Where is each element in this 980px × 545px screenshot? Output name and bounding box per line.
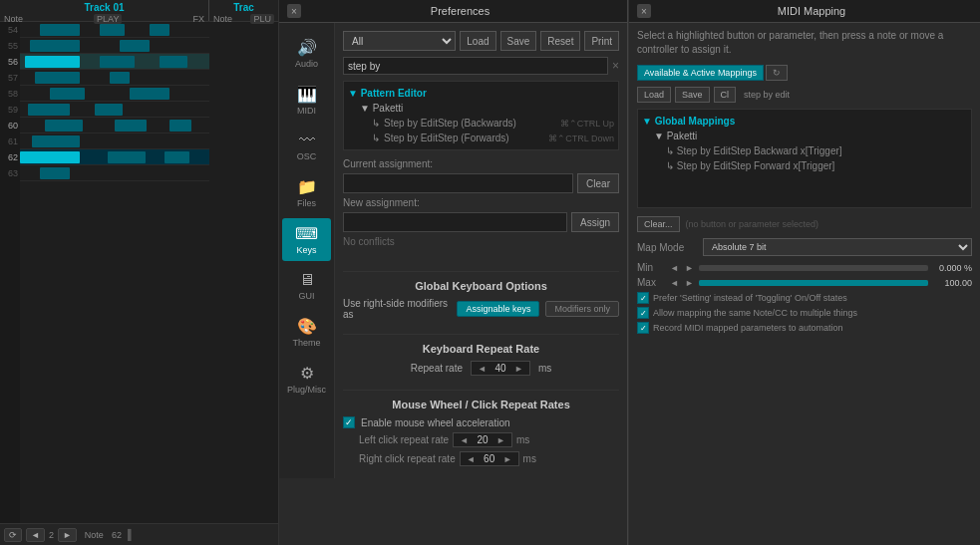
filter-bar: All Load Save Reset Print <box>343 31 619 51</box>
midi-checkbox-3-row: ✓ Record MIDI mapped parameters to autom… <box>637 322 972 334</box>
midi-tab-refresh[interactable]: ↻ <box>766 65 788 81</box>
search-clear-btn[interactable]: × <box>612 59 619 73</box>
save-btn[interactable]: Save <box>500 31 537 51</box>
mouse-accel-checkbox[interactable]: ✓ <box>343 416 355 428</box>
midi-tree-item-1[interactable]: ↳ Step by EditStep Backward x[Trigger] <box>642 143 967 158</box>
piano-row-54 <box>20 22 209 38</box>
new-assignment-input[interactable] <box>343 212 567 232</box>
shortcut-forwards: ⌘⌃CTRL Down <box>548 134 614 143</box>
sidebar-item-keys[interactable]: ⌨ Keys <box>282 218 331 261</box>
note-54-1 <box>40 24 80 36</box>
midi-checkbox-2-label: Allow mapping the same Note/CC to multip… <box>653 308 857 318</box>
current-assignment-input[interactable] <box>343 173 573 193</box>
piano-row-62 <box>20 149 209 165</box>
gui-label: GUI <box>298 291 314 301</box>
load-btn[interactable]: Load <box>460 31 495 51</box>
piano-row-58 <box>20 86 209 102</box>
right-click-inc[interactable]: ► <box>501 454 514 464</box>
assignable-keys-btn[interactable]: Assignable keys <box>457 301 539 317</box>
tree-item-forwards-text[interactable]: Step by EditStep (Forwards) <box>384 133 509 143</box>
midi-paketti-sub[interactable]: ▼ Paketti <box>642 129 967 143</box>
midi-max-value: 100.00 <box>932 278 972 288</box>
midi-min-dec[interactable]: ◄ <box>669 263 680 273</box>
sidebar-item-theme[interactable]: 🎨 Theme <box>282 311 331 354</box>
search-bar: × <box>343 57 619 75</box>
repeat-rate-dec[interactable]: ◄ <box>476 364 489 374</box>
midi-map-mode-select[interactable]: Absolute 7 bit <box>703 238 972 256</box>
forward-btn[interactable]: ► <box>58 528 77 542</box>
keys-label: Keys <box>296 245 316 255</box>
repeat-rate-row: Repeat rate ◄ 40 ► ms <box>343 361 619 376</box>
midi-check-1: ✓ <box>640 294 647 303</box>
right-click-dec[interactable]: ◄ <box>465 454 478 464</box>
midi-close-btn[interactable]: × <box>637 4 651 18</box>
note-57-2 <box>110 72 130 84</box>
note-56-3 <box>160 56 187 68</box>
track-2-play[interactable]: PLU <box>250 14 274 24</box>
midi-no-selection-text: (no button or parameter selected) <box>686 219 819 229</box>
midi-clear-row: Clear... (no button or parameter selecte… <box>637 216 972 232</box>
midi-min-inc[interactable]: ► <box>684 263 695 273</box>
left-click-dec[interactable]: ◄ <box>458 435 471 445</box>
midi-max-track[interactable] <box>699 280 928 286</box>
repeat-rate-unit: ms <box>538 363 551 374</box>
back-btn[interactable]: ◄ <box>26 528 45 542</box>
midi-content: Select a highlighted button or parameter… <box>629 23 980 343</box>
row-num-54: 54 <box>0 22 20 38</box>
current-assignment-row: Clear <box>343 173 619 193</box>
note-56-2 <box>100 56 135 68</box>
midi-checkbox-1-row: ✓ Prefer 'Setting' instead of 'Toggling'… <box>637 292 972 304</box>
row-num-57: 57 <box>0 70 20 86</box>
midi-max-dec[interactable]: ◄ <box>669 278 680 288</box>
track-area: Track 01 Note PLAY FX Trac Note PLU 54 5… <box>0 0 279 545</box>
reset-btn[interactable]: Reset <box>540 31 580 51</box>
note-btn[interactable]: Note <box>85 530 104 540</box>
midi-global-mappings[interactable]: ▼ Global Mappings <box>642 114 967 129</box>
note-57-1 <box>35 72 80 84</box>
repeat-rate-inc[interactable]: ► <box>512 364 525 374</box>
clear-assignment-btn[interactable]: Clear <box>577 173 619 193</box>
loop-btn[interactable]: ⟳ <box>4 528 22 542</box>
row-num-62: 62 <box>0 149 20 165</box>
note-56-1 <box>25 56 80 68</box>
sidebar-item-audio[interactable]: 🔊 Audio <box>282 32 331 75</box>
midi-checkbox-3[interactable]: ✓ <box>637 322 649 334</box>
note-59-1 <box>28 104 70 116</box>
tree-item-backwards-label: ↳ Step by EditStep (Backwards) <box>372 118 516 129</box>
filter-select[interactable]: All <box>343 31 456 51</box>
piano-row-55 <box>20 38 209 54</box>
sidebar-item-gui[interactable]: 🖥 GUI <box>282 265 331 307</box>
midi-clear-btn[interactable]: Clear... <box>637 216 680 232</box>
sidebar-item-plugmisc[interactable]: ⚙ Plug/Misc <box>282 358 331 401</box>
print-btn[interactable]: Print <box>584 31 619 51</box>
sidebar-item-midi[interactable]: 🎹 MIDI <box>282 79 331 122</box>
midi-load-btn[interactable]: Load <box>637 87 671 103</box>
tree-item-backwards-text[interactable]: Step by EditStep (Backwards) <box>384 118 516 129</box>
right-click-row: Right click repeat rate ◄ 60 ► ms <box>343 451 619 466</box>
sidebar-item-osc[interactable]: 〰 OSC <box>282 126 331 167</box>
midi-max-inc[interactable]: ► <box>684 278 695 288</box>
row-num-56: 56 <box>0 54 20 70</box>
midi-tab-available[interactable]: Available & Active Mappings <box>637 65 764 81</box>
sidebar-item-files[interactable]: 📁 Files <box>282 171 331 214</box>
midi-tree-item-2[interactable]: ↳ Step by EditStep Forward x[Trigger] <box>642 158 967 173</box>
assign-btn[interactable]: Assign <box>571 212 619 232</box>
midi-checkbox-2[interactable]: ✓ <box>637 307 649 319</box>
pattern-editor-header[interactable]: ▼ Pattern Editor <box>348 86 614 101</box>
paketti-sub[interactable]: ▼ Paketti <box>348 101 614 116</box>
piano-row-63 <box>20 165 209 181</box>
preferences-titlebar: × Preferences <box>279 0 627 23</box>
keys-icon: ⌨ <box>295 224 318 243</box>
midi-min-track[interactable] <box>699 265 928 271</box>
midi-checkbox-1[interactable]: ✓ <box>637 292 649 304</box>
midi-min-value: 0.000 % <box>932 263 972 273</box>
preferences-close-btn[interactable]: × <box>287 4 301 18</box>
track-2-controls: Note PLU <box>213 14 274 24</box>
midi-clear-short-btn[interactable]: Cl <box>714 87 737 103</box>
search-input[interactable] <box>343 57 608 75</box>
note-55-2 <box>120 40 150 52</box>
modifiers-only-btn[interactable]: Modifiers only <box>545 301 619 317</box>
track-header: Track 01 Note PLAY FX Trac Note PLU <box>0 0 278 22</box>
left-click-inc[interactable]: ► <box>494 435 507 445</box>
midi-save-btn[interactable]: Save <box>675 87 710 103</box>
